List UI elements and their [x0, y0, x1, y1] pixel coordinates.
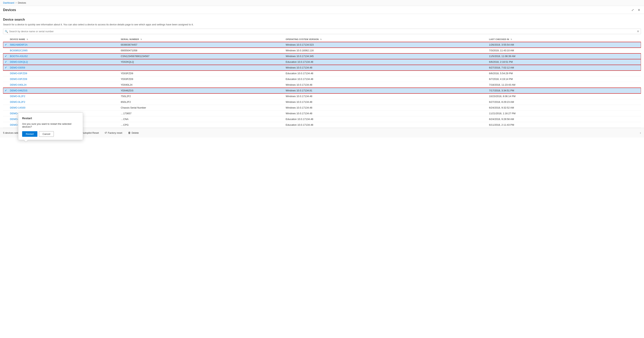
table-row[interactable]: DEMO-040L24 YD040L24 Windows 10.0.17134.… — [3, 82, 641, 88]
check-cell — [3, 105, 8, 111]
last-checked-in-cell: 11/21/2018, 1:16:27 PM — [488, 111, 641, 116]
table-row[interactable]: DEMO-1Q0… …CNA Education 10.0.17134.48 6… — [3, 116, 641, 122]
device-name-cell[interactable]: DEMO-0L2F2 — [8, 99, 119, 105]
table-row[interactable]: ✓ DEMO-046ZGS YD046ZGS Windows 10.0.1713… — [3, 88, 641, 94]
clear-search-button[interactable]: ✕ — [637, 30, 639, 33]
check-cell: ✓ — [3, 88, 8, 94]
device-name-cell[interactable]: 5882A88D6F2A — [8, 42, 119, 48]
os-version-cell: Windows 10.0.17134.345 — [284, 54, 488, 59]
restart-dialog: Restart Are you sure you want to restart… — [18, 112, 83, 138]
serial-number-cell: YD040L24 — [119, 82, 284, 88]
serial-number-cell: 8S0L2F2 — [119, 99, 284, 105]
os-version-cell: Windows 10.0.17134.48 — [284, 111, 488, 116]
serial-number-cell: CSN12345678901234567 — [119, 54, 284, 59]
autopilot-reset-label: Autopilot Reset — [82, 132, 99, 134]
main-content: Device search Search for a device to qui… — [0, 14, 644, 128]
device-table: DEVICE NAME ⇅ SERIAL NUMBER ⇅ OPERATING … — [3, 37, 641, 128]
section-description: Search for a device to quickly see infor… — [3, 23, 641, 26]
os-version-cell: Windows 10.0.17134.523 — [284, 42, 488, 48]
last-checked-in-cell: 6/24/2018, 9:32:52 AM — [488, 105, 641, 111]
os-version-cell: Education 10.0.17134.48 — [284, 116, 488, 122]
last-checked-in-cell: 11/5/2018, 11:08:39 AM — [488, 54, 641, 59]
device-name-cell[interactable]: DEMO-03059 — [8, 65, 119, 70]
serial-number-cell — [119, 65, 284, 70]
os-version-cell: Windows 10.0.17134.48 — [284, 82, 488, 88]
col-os-version[interactable]: OPERATING SYSTEM VERSION ⇅ — [284, 37, 488, 42]
serial-number-cell: …CNA — [119, 116, 284, 122]
dialog-body: Are you sure you want to restart the sel… — [22, 122, 79, 128]
device-name-cell[interactable]: DEMO-046ZGS — [8, 88, 119, 94]
table-row[interactable]: DEMO-0L2F2 8S0L2F2 Windows 10.0.17134.48… — [3, 99, 641, 105]
table-row[interactable]: ✓ DEMO-02KQLQ YD02KQLQ Education 10.0.17… — [3, 59, 641, 65]
dialog-cancel-button[interactable]: Cancel — [39, 131, 54, 137]
col-serial-number[interactable]: SERIAL NUMBER ⇅ — [119, 37, 284, 42]
dialog-actions: Restart Cancel — [22, 131, 79, 137]
check-cell — [3, 94, 8, 99]
table-row[interactable]: DEMO-173… …173657 Windows 10.0.17134.48 … — [3, 111, 641, 116]
col-check — [3, 37, 8, 42]
check-cell: ✓ — [3, 54, 8, 59]
device-name-cell[interactable]: BC83852C2065 — [8, 48, 119, 54]
check-cell — [3, 116, 8, 122]
device-name-cell[interactable]: DEMO-02KQLQ — [8, 59, 119, 65]
check-cell — [3, 122, 8, 128]
sort-icon-os: ⇅ — [320, 38, 322, 40]
last-checked-in-cell: 6/11/2018, 2:11:43 PM — [488, 122, 641, 128]
section-title: Device search — [3, 18, 641, 22]
check-cell — [3, 70, 8, 76]
table-row[interactable]: DEMO-03FZD9 YD03FZD9 Education 10.0.1713… — [3, 76, 641, 82]
device-name-cell[interactable]: DEMO-14S00 — [8, 105, 119, 111]
table-row[interactable]: DEMO-0L2F2 7S0L2F2 Windows 10.0.17134.48… — [3, 94, 641, 99]
table-row[interactable]: DEMO-14S00 Chassis Serial Number Windows… — [3, 105, 641, 111]
os-version-cell: Windows 10.0.17134.81 — [284, 88, 488, 94]
sort-icon-device-name: ⇅ — [26, 38, 28, 40]
serial-number-cell: 000550471058 — [119, 48, 284, 54]
last-checked-in-cell: 7/3/2019, 11:43:10 AM — [488, 48, 641, 54]
search-icon: 🔍 — [5, 30, 8, 33]
table-header-row: DEVICE NAME ⇅ SERIAL NUMBER ⇅ OPERATING … — [3, 37, 641, 42]
device-name-cell[interactable]: DEMO-03FZD9 — [8, 76, 119, 82]
os-version-cell: Windows 10.0.17134.48 — [284, 105, 488, 111]
last-checked-in-cell: 7/18/2018, 11:23:43 AM — [488, 82, 641, 88]
table-row[interactable]: DEMO-03FZD9 YD03FZD9 Education 10.0.1713… — [3, 70, 641, 76]
breadcrumb: Dashboard > Devices — [0, 0, 644, 6]
pin-button[interactable]: ⤢ — [631, 8, 635, 12]
close-button[interactable]: ✕ — [637, 8, 641, 12]
serial-number-cell: 003903674457 — [119, 42, 284, 48]
device-name-cell[interactable]: DEMO-0L2F2 — [8, 94, 119, 99]
last-checked-in-cell: 6/6/2018, 5:54:29 PM — [488, 70, 641, 76]
table-row[interactable]: DEMO-1Q0… …CPG Education 10.0.17134.48 6… — [3, 122, 641, 128]
header-icons: ⤢ ✕ — [631, 8, 641, 12]
dialog-confirm-button[interactable]: Restart — [22, 131, 38, 137]
last-checked-in-cell: 10/23/2018, 8:06:14 PM — [488, 94, 641, 99]
search-input[interactable] — [9, 30, 637, 33]
scroll-right-icon[interactable]: › — [640, 131, 641, 135]
col-device-name[interactable]: DEVICE NAME ⇅ — [8, 37, 119, 42]
breadcrumb-dashboard[interactable]: Dashboard — [3, 2, 14, 4]
breadcrumb-separator: > — [16, 2, 17, 4]
os-version-cell: Windows 10.0.18362.116 — [284, 48, 488, 54]
check-cell: ✓ — [3, 59, 8, 65]
os-version-cell: Windows 10.0.17134.48 — [284, 65, 488, 70]
check-cell — [3, 111, 8, 116]
os-version-cell: Windows 10.0.17134.48 — [284, 94, 488, 99]
device-name-cell[interactable]: DEMO-03FZD9 — [8, 70, 119, 76]
device-name-cell[interactable]: BOOTH-ASUS2 — [8, 54, 119, 59]
col-last-checked-in[interactable]: LAST CHECKED IN ⇅ — [488, 37, 641, 42]
last-checked-in-cell: 6/27/2018, 7:02:12 AM — [488, 65, 641, 70]
factory-reset-icon: ↺ — [104, 131, 107, 134]
table-row[interactable]: ✓ 5882A88D6F2A 003903674457 Windows 10.0… — [3, 42, 641, 48]
page-header: Devices ⤢ ✕ — [0, 6, 644, 14]
device-name-cell[interactable]: DEMO-040L24 — [8, 82, 119, 88]
factory-reset-button[interactable]: ↺ Factory reset — [102, 130, 125, 136]
serial-number-cell: …173657 — [119, 111, 284, 116]
serial-number-cell: YD02KQLQ — [119, 59, 284, 65]
table-row[interactable]: ✓ DEMO-03059 Windows 10.0.17134.48 6/27/… — [3, 65, 641, 70]
factory-reset-label: Factory reset — [108, 132, 122, 134]
last-checked-in-cell: 7/17/2018, 3:34:51 PM — [488, 88, 641, 94]
check-cell — [3, 99, 8, 105]
os-version-cell: Education 10.0.17134.48 — [284, 122, 488, 128]
table-row[interactable]: ✓ BOOTH-ASUS2 CSN12345678901234567 Windo… — [3, 54, 641, 59]
table-row[interactable]: BC83852C2065 000550471058 Windows 10.0.1… — [3, 48, 641, 54]
delete-button[interactable]: 🗑 Delete — [126, 130, 141, 136]
